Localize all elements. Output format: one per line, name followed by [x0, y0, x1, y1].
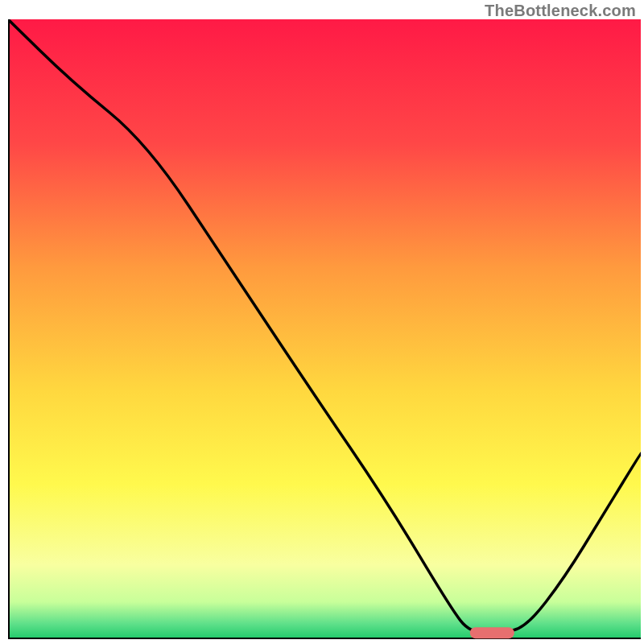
- watermark-text: TheBottleneck.com: [485, 2, 636, 20]
- chart-container: [8, 19, 641, 639]
- bottleneck-chart: [8, 19, 641, 639]
- chart-background: [8, 19, 641, 639]
- highlight-marker: [470, 627, 514, 638]
